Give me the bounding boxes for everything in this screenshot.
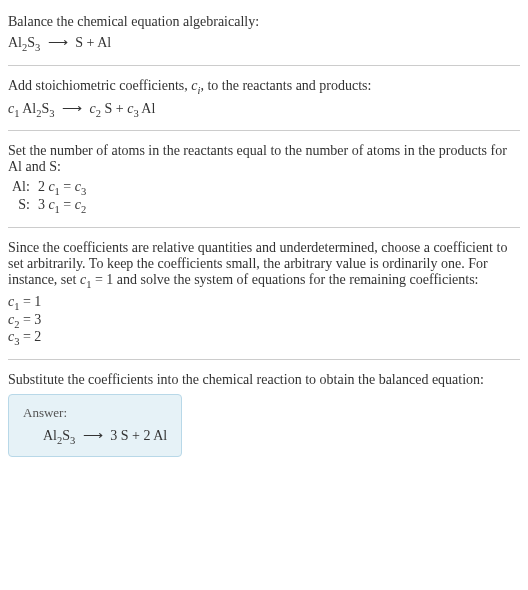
instruction-section: Balance the chemical equation algebraica… xyxy=(8,6,520,61)
atom-label: S: xyxy=(8,197,34,215)
divider xyxy=(8,65,520,66)
atom-balance-table: Al: 2 c1 = c3 S: 3 c1 = c2 xyxy=(8,179,90,215)
solve-section: Since the coefficients are relative quan… xyxy=(8,232,520,355)
divider xyxy=(8,227,520,228)
solutions-list: c1 = 1 c2 = 3 c3 = 2 xyxy=(8,294,520,347)
answer-equation: Al2S3 ⟶ 3 S + 2 Al xyxy=(23,427,167,446)
solve-text: Since the coefficients are relative quan… xyxy=(8,240,520,290)
atom-equation: 2 c1 = c3 xyxy=(34,179,90,197)
atom-balance-row: S: 3 c1 = c2 xyxy=(8,197,90,215)
instruction-text: Balance the chemical equation algebraica… xyxy=(8,14,520,30)
solution-line: c2 = 3 xyxy=(8,312,520,330)
atom-balance-text: Set the number of atoms in the reactants… xyxy=(8,143,520,175)
atom-balance-section: Set the number of atoms in the reactants… xyxy=(8,135,520,223)
add-coefficients-section: Add stoichiometric coefficients, ci, to … xyxy=(8,70,520,127)
atom-balance-row: Al: 2 c1 = c3 xyxy=(8,179,90,197)
solution-line: c1 = 1 xyxy=(8,294,520,312)
unbalanced-equation: Al2S3 ⟶ S + Al xyxy=(8,34,520,53)
substitute-section: Substitute the coefficients into the che… xyxy=(8,364,520,465)
solution-line: c3 = 2 xyxy=(8,329,520,347)
atom-equation: 3 c1 = c2 xyxy=(34,197,90,215)
answer-box: Answer: Al2S3 ⟶ 3 S + 2 Al xyxy=(8,394,182,457)
answer-label: Answer: xyxy=(23,405,167,421)
coefficients-equation: c1 Al2S3 ⟶ c2 S + c3 Al xyxy=(8,100,520,119)
add-coefficients-text: Add stoichiometric coefficients, ci, to … xyxy=(8,78,520,96)
divider xyxy=(8,359,520,360)
substitute-text: Substitute the coefficients into the che… xyxy=(8,372,520,388)
atom-label: Al: xyxy=(8,179,34,197)
divider xyxy=(8,130,520,131)
